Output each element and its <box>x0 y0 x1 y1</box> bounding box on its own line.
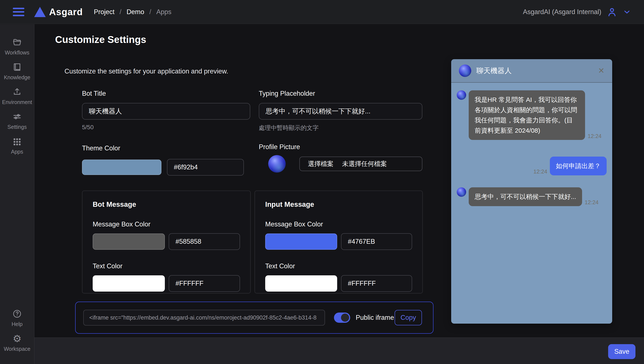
chat-message-user: 12:24 如何申請出差？ <box>451 157 612 175</box>
bot-message-bubble: 思考中，可不可以稍候一下下就好... <box>469 187 582 206</box>
choose-file-button[interactable]: 選擇檔案 <box>308 160 334 168</box>
bot-message-text-color-label: Text Color <box>93 262 240 270</box>
input-message-box-color-label: Message Box Color <box>265 220 412 228</box>
upload-icon <box>12 87 22 97</box>
chat-header: 聊天機器人 ✕ <box>451 59 612 83</box>
sidebar-item-label: Workspace <box>4 346 30 352</box>
help-circle-icon <box>12 309 22 319</box>
public-iframe-toggle[interactable] <box>334 312 350 323</box>
close-icon[interactable]: ✕ <box>598 66 604 75</box>
bot-message-box-color-hex-input[interactable]: #585858 <box>169 233 240 250</box>
account-label[interactable]: AsgardAI (Asgard Internal) <box>523 8 601 16</box>
input-message-text-color-hex-input[interactable]: #FFFFFF <box>341 275 412 292</box>
sidebar-item-label: Knowledge <box>4 74 30 81</box>
input-message-box-color-hex-input[interactable]: #4767EB <box>341 233 412 250</box>
gear-icon: ⚙ <box>12 334 21 343</box>
chat-preview-panel: 聊天機器人 ✕ 我是HR 常見問答 AI，我可以回答你各項關於人資相關的問題，你… <box>451 59 612 324</box>
embed-code-input[interactable]: <iframe src="https://embed.dev.asgard-ai… <box>83 310 325 325</box>
page-title: Customize Settings <box>55 34 146 45</box>
sidebar-item-label: Workflows <box>5 50 30 56</box>
folder-icon <box>12 37 22 47</box>
chat-bot-avatar <box>457 90 466 100</box>
sidebar-item-help[interactable]: Help <box>0 309 34 327</box>
chat-message-bot: 我是HR 常見問答 AI，我可以回答你各項關於人資相關的問題，你可以問我任何問題… <box>451 90 612 140</box>
input-message-box-color-swatch[interactable] <box>265 233 337 250</box>
input-message-card: Input Message Message Box Color #4767EB … <box>254 191 423 293</box>
bot-message-text-color-hex-input[interactable]: #FFFFFF <box>169 275 240 292</box>
theme-color-label: Theme Color <box>82 144 120 152</box>
sidebar-item-workflows[interactable]: Workflows <box>0 37 34 56</box>
chat-message-bot: 思考中，可不可以稍候一下下就好... 12:24 <box>451 187 612 206</box>
sidebar-item-settings[interactable]: Settings <box>0 112 34 130</box>
input-message-title: Input Message <box>265 200 412 208</box>
triangle-logo-icon <box>34 7 46 17</box>
sidebar-item-label: Settings <box>8 124 27 130</box>
menu-icon[interactable] <box>13 8 24 16</box>
theme-color-swatch[interactable] <box>82 160 162 175</box>
user-message-bubble: 如何申請出差？ <box>550 157 607 175</box>
brand-logo: Asgard <box>34 7 83 17</box>
input-message-text-color-swatch[interactable] <box>265 275 337 292</box>
grid-icon <box>12 137 22 146</box>
page-description: Customize the settings for your applicat… <box>64 68 228 75</box>
account-menu[interactable]: AsgardAI (Asgard Internal) <box>523 7 631 17</box>
sidebar-item-label: Environment <box>2 99 32 105</box>
sidebar-item-workspace[interactable]: ⚙ Workspace <box>0 334 34 352</box>
bot-message-text-color-swatch[interactable] <box>93 275 165 292</box>
user-icon[interactable] <box>607 7 617 17</box>
copy-button[interactable]: Copy <box>394 310 422 325</box>
typing-placeholder-input[interactable]: 思考中，可不可以稍候一下下就好... <box>259 103 422 120</box>
typing-placeholder-helper: 處理中暫時顯示的文字 <box>259 124 422 132</box>
typing-placeholder-label: Typing Placeholder <box>259 90 315 97</box>
bot-title-label: Bot Title <box>82 90 106 97</box>
sidebar-item-label: Apps <box>11 149 23 155</box>
sidebar-item-apps[interactable]: Apps <box>0 137 34 155</box>
breadcrumb: Project / Demo / Apps <box>94 8 172 16</box>
chat-bot-avatar <box>457 187 466 197</box>
profile-picture-label: Profile Picture <box>259 143 300 151</box>
sidebar-item-environment[interactable]: Environment <box>0 87 34 105</box>
bot-title-field: Bot Title 聊天機器人 5/50 <box>82 90 250 131</box>
profile-picture-avatar <box>268 155 286 173</box>
message-timestamp: 12:24 <box>588 133 602 140</box>
profile-picture-field: Profile Picture 選擇檔案 未選擇任何檔案 <box>259 143 422 173</box>
sidebar-item-knowledge[interactable]: Knowledge <box>0 62 34 81</box>
message-timestamp: 12:24 <box>585 199 598 206</box>
sidebar-item-label: Help <box>12 321 22 327</box>
embed-iframe-section: <iframe src="https://embed.dev.asgard-ai… <box>75 302 434 334</box>
message-timestamp: 12:24 <box>534 168 547 175</box>
chat-body: 我是HR 常見問答 AI，我可以回答你各項關於人資相關的問題，你可以問我任何問題… <box>451 83 612 324</box>
theme-color-hex-input[interactable]: #6f92b4 <box>167 159 244 176</box>
chat-title: 聊天機器人 <box>476 66 512 76</box>
theme-color-field: Theme Color #6f92b4 <box>82 144 244 176</box>
file-status-text: 未選擇任何檔案 <box>342 160 387 168</box>
profile-picture-file-input[interactable]: 選擇檔案 未選擇任何檔案 <box>299 157 422 171</box>
sliders-icon <box>12 112 22 122</box>
input-message-text-color-label: Text Color <box>265 262 412 270</box>
breadcrumb-separator: / <box>120 8 122 16</box>
breadcrumb-project[interactable]: Project <box>94 8 114 16</box>
save-button[interactable]: Save <box>608 344 636 359</box>
footer-bar: Save <box>34 337 644 364</box>
toggle-knob <box>341 313 349 322</box>
bot-message-card: Bot Message Message Box Color #585858 Te… <box>82 191 251 293</box>
bot-message-box-color-swatch[interactable] <box>93 233 165 250</box>
typing-placeholder-field: Typing Placeholder 思考中，可不可以稍候一下下就好... 處理… <box>259 90 422 132</box>
top-bar: Asgard Project / Demo / Apps AsgardAI (A… <box>0 0 644 24</box>
bot-title-input[interactable]: 聊天機器人 <box>82 103 250 120</box>
sidebar: Workflows Knowledge Environment Settings… <box>0 24 34 364</box>
chat-bot-avatar <box>459 65 471 77</box>
public-iframe-label: Public iframe <box>356 314 394 321</box>
breadcrumb-demo[interactable]: Demo <box>126 8 144 16</box>
chevron-down-icon[interactable] <box>623 8 631 16</box>
bot-message-title: Bot Message <box>93 200 240 208</box>
book-icon <box>12 62 22 72</box>
breadcrumb-apps: Apps <box>156 8 172 16</box>
bot-message-box-color-label: Message Box Color <box>93 220 240 228</box>
breadcrumb-separator: / <box>149 8 151 16</box>
brand-name: Asgard <box>49 7 83 17</box>
bot-title-counter: 5/50 <box>82 124 250 131</box>
bot-message-bubble: 我是HR 常見問答 AI，我可以回答你各項關於人資相關的問題，你可以問我任何問題… <box>469 90 585 140</box>
